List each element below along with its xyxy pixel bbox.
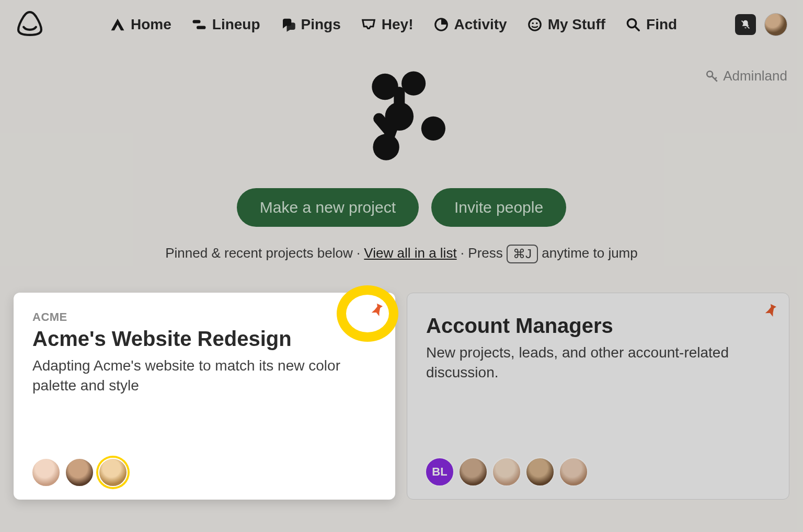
pin-icon[interactable]	[762, 302, 779, 321]
svg-rect-1	[197, 26, 206, 29]
kbd-shortcut: ⌘J	[507, 245, 538, 263]
project-title: Acme's Website Redesign	[32, 327, 376, 351]
new-project-button[interactable]: Make a new project	[237, 188, 419, 227]
project-card-account-managers[interactable]: Account Managers New projects, leads, an…	[407, 293, 789, 500]
member-avatar[interactable]	[65, 458, 94, 487]
nav-activity[interactable]: Activity	[433, 16, 507, 33]
member-avatar[interactable]	[98, 458, 128, 487]
project-members: BL	[425, 457, 588, 487]
search-icon	[625, 17, 641, 32]
nav-lineup[interactable]: Lineup	[191, 16, 260, 33]
adminland-label: Adminland	[723, 68, 787, 84]
member-avatar[interactable]	[31, 458, 61, 487]
key-icon	[705, 70, 719, 83]
svg-point-13	[402, 72, 426, 96]
notifications-button[interactable]	[735, 14, 756, 35]
view-all-link[interactable]: View all in a list	[364, 245, 456, 261]
projects-hint: Pinned & recent projects below · View al…	[0, 245, 803, 263]
svg-point-4	[532, 22, 534, 25]
lineup-icon	[191, 17, 207, 32]
project-title: Account Managers	[426, 314, 770, 338]
invite-people-button[interactable]: Invite people	[431, 188, 566, 227]
nav-pings[interactable]: Pings	[280, 16, 341, 33]
project-cards: ACME Acme's Website Redesign Adapting Ac…	[0, 263, 803, 500]
nav-label: My Stuff	[548, 16, 605, 33]
clock-icon	[433, 17, 449, 32]
smile-icon	[527, 17, 543, 32]
app-logo[interactable]	[16, 9, 44, 40]
svg-line-11	[715, 77, 717, 79]
user-avatar[interactable]	[764, 13, 787, 36]
project-desc: Adapting Acme's website to match its new…	[32, 356, 376, 396]
primary-actions: Make a new project Invite people	[0, 188, 803, 227]
svg-line-7	[635, 27, 639, 31]
chat-icon	[280, 17, 296, 32]
nav-label: Activity	[454, 16, 507, 33]
nav-label: Find	[646, 16, 677, 33]
member-avatar[interactable]	[492, 457, 521, 487]
svg-point-3	[529, 19, 541, 31]
pin-icon[interactable]	[368, 301, 386, 321]
tent-icon	[110, 17, 125, 32]
project-desc: New projects, leads, and other account-r…	[426, 343, 770, 383]
nav-label: Hey!	[382, 16, 414, 33]
nav-find[interactable]: Find	[625, 16, 677, 33]
svg-rect-17	[394, 87, 405, 125]
bell-off-icon	[740, 19, 751, 30]
member-avatar[interactable]	[525, 457, 555, 487]
inbox-icon	[361, 17, 376, 32]
adminland-link[interactable]: Adminland	[705, 68, 787, 84]
project-client: ACME	[32, 310, 376, 324]
nav-label: Home	[131, 16, 171, 33]
project-members	[31, 458, 128, 487]
nav-label: Lineup	[212, 16, 260, 33]
member-avatar-initials[interactable]: BL	[425, 457, 454, 487]
nav-label: Pings	[301, 16, 341, 33]
svg-point-5	[536, 22, 538, 25]
top-nav: Home Lineup Pings Hey! Activity My Stuff…	[0, 0, 803, 49]
member-avatar[interactable]	[458, 457, 488, 487]
svg-point-15	[421, 117, 445, 141]
nav-mystuff[interactable]: My Stuff	[527, 16, 605, 33]
company-logo	[0, 65, 803, 175]
nav-home[interactable]: Home	[110, 16, 171, 33]
svg-rect-0	[192, 20, 200, 23]
nav-hey[interactable]: Hey!	[361, 16, 414, 33]
member-avatar[interactable]	[559, 457, 588, 487]
project-card-acme[interactable]: ACME Acme's Website Redesign Adapting Ac…	[14, 293, 395, 500]
